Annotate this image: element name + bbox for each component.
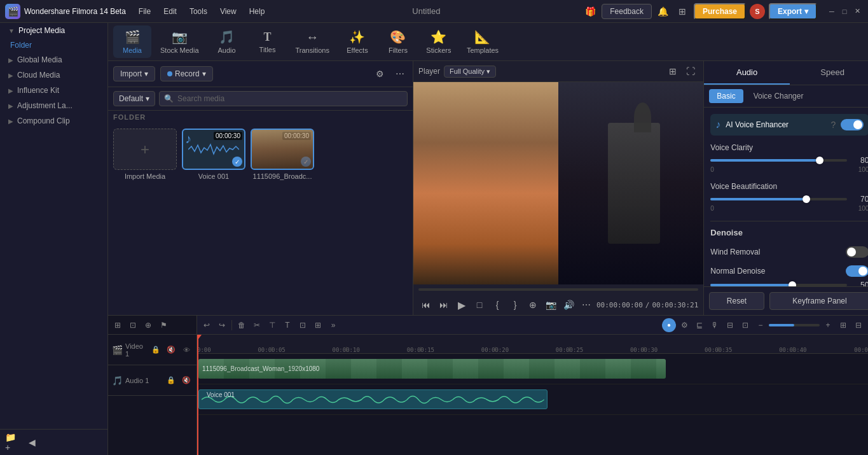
split-view-icon[interactable]: ⊞ bbox=[665, 64, 680, 79]
notification-icon[interactable]: 🔔 bbox=[656, 4, 671, 19]
pip-icon[interactable]: ⊡ bbox=[738, 318, 752, 332]
sidebar-item-folder[interactable]: Folder bbox=[0, 38, 107, 52]
zoom-slider[interactable] bbox=[769, 324, 820, 326]
add-marker-button[interactable]: ⊕ bbox=[525, 297, 541, 312]
menu-file[interactable]: File bbox=[134, 4, 156, 18]
square-button[interactable]: □ bbox=[472, 297, 487, 312]
settings-icon[interactable]: ⚙ bbox=[677, 318, 691, 332]
import-button[interactable]: Import ▾ bbox=[113, 66, 155, 81]
tool-media[interactable]: 🎬 Media bbox=[113, 25, 151, 58]
audio-lock-button[interactable]: 🔒 bbox=[165, 374, 177, 387]
text-button[interactable]: T bbox=[280, 318, 294, 332]
subtab-basic[interactable]: Basic bbox=[709, 89, 743, 103]
tool-stock-media[interactable]: 📷 Stock Media bbox=[154, 25, 205, 58]
avatar[interactable]: S bbox=[750, 4, 765, 19]
purchase-button[interactable]: Purchase bbox=[694, 3, 746, 20]
playhead[interactable] bbox=[197, 335, 198, 455]
grid-icon[interactable]: ⊞ bbox=[675, 4, 690, 19]
export-button[interactable]: Export ▾ bbox=[769, 3, 817, 20]
sidebar-item-cloud-media[interactable]: ▶ Cloud Media bbox=[0, 67, 107, 83]
reset-button[interactable]: Reset bbox=[709, 292, 764, 310]
keyframe-panel-button[interactable]: Keyframe Panel bbox=[769, 292, 868, 310]
search-input[interactable] bbox=[159, 91, 408, 106]
sidebar-item-project-media[interactable]: ▼ Project Media bbox=[0, 23, 107, 38]
fullscreen-icon[interactable]: ⛶ bbox=[683, 64, 698, 79]
sidebar-item-influence-kit[interactable]: ▶ Influence Kit bbox=[0, 83, 107, 98]
marker-icon[interactable]: ⊑ bbox=[692, 318, 706, 332]
video-mute-button[interactable]: 🔇 bbox=[165, 344, 177, 356]
list-item[interactable]: + Import Media bbox=[113, 129, 177, 310]
timeline-snap-icon[interactable]: ⊡ bbox=[126, 318, 140, 332]
collapse-icon[interactable]: ◀ bbox=[24, 435, 39, 450]
link-button[interactable]: ⊞ bbox=[311, 318, 325, 332]
grid-icon-timeline[interactable]: ⊟ bbox=[851, 318, 865, 332]
sidebar-item-global-media[interactable]: ▶ Global Media bbox=[0, 52, 107, 67]
timeline-layout-icon[interactable]: ⊞ bbox=[111, 318, 125, 332]
tool-titles[interactable]: T Titles bbox=[249, 27, 287, 57]
quality-button[interactable]: Full Quality ▾ bbox=[444, 66, 496, 78]
mark-out-button[interactable]: } bbox=[507, 297, 523, 312]
more-icon[interactable]: ⋯ bbox=[392, 66, 408, 81]
more-timeline-button[interactable]: » bbox=[326, 318, 340, 332]
zoom-out-icon[interactable]: − bbox=[754, 318, 768, 332]
gift-icon[interactable]: 🎁 bbox=[582, 4, 598, 19]
filter-icon[interactable]: ⚙ bbox=[372, 66, 387, 81]
import-media-thumb[interactable]: + bbox=[113, 129, 177, 170]
menu-tools[interactable]: Tools bbox=[184, 4, 212, 18]
video-eye-button[interactable]: 👁 bbox=[180, 344, 193, 356]
normal-denoise-thumb[interactable] bbox=[789, 281, 796, 286]
snapshot-button[interactable]: 📷 bbox=[543, 297, 558, 312]
voice-beautification-thumb[interactable] bbox=[803, 195, 810, 203]
menu-view[interactable]: View bbox=[215, 4, 242, 18]
tool-audio[interactable]: 🎵 Audio bbox=[208, 25, 246, 58]
help-icon[interactable]: ? bbox=[831, 120, 836, 130]
tab-audio[interactable]: Audio bbox=[704, 61, 790, 85]
zoom-in-icon[interactable]: + bbox=[821, 318, 835, 332]
timeline-lock-icon[interactable]: ⚑ bbox=[156, 318, 170, 332]
subtitle-icon[interactable]: ⊟ bbox=[723, 318, 737, 332]
timeline-magnet-icon[interactable]: ⊕ bbox=[141, 318, 155, 332]
undo-button[interactable]: ↩ bbox=[200, 318, 214, 332]
split-button[interactable]: ⊤ bbox=[265, 318, 279, 332]
video-clip[interactable]: 1115096_Broadcast_Woman_1920x1080 bbox=[198, 359, 666, 379]
crop-button[interactable]: ⊡ bbox=[296, 318, 310, 332]
step-back-button[interactable]: ⏭ bbox=[436, 297, 451, 312]
wind-removal-toggle[interactable] bbox=[846, 246, 868, 258]
voice-001-thumb[interactable]: ♪ 00:00:30 ✓ bbox=[182, 129, 245, 170]
layout-icon[interactable]: ⊞ bbox=[836, 318, 850, 332]
mark-in-button[interactable]: { bbox=[490, 297, 505, 312]
voice-clarity-slider[interactable] bbox=[710, 159, 847, 162]
voice-enhancer-toggle[interactable] bbox=[841, 119, 864, 130]
tab-speed[interactable]: Speed bbox=[790, 61, 868, 85]
tool-stickers[interactable]: ⭐ Stickers bbox=[420, 25, 458, 58]
video-lock-button[interactable]: 🔒 bbox=[149, 344, 162, 356]
minimize-button[interactable]: ─ bbox=[826, 6, 837, 17]
voice-icon[interactable]: 🎙 bbox=[708, 318, 722, 332]
rewind-button[interactable]: ⏮ bbox=[418, 297, 434, 312]
audio-clip[interactable]: Voice 001 bbox=[198, 389, 548, 409]
play-button[interactable]: ▶ bbox=[454, 297, 469, 312]
redo-button[interactable]: ↪ bbox=[215, 318, 229, 332]
tool-templates[interactable]: 📐 Templates bbox=[460, 25, 505, 58]
feedback-button[interactable]: Feedback bbox=[602, 4, 652, 19]
tool-filters[interactable]: 🎨 Filters bbox=[379, 25, 417, 58]
close-button[interactable]: ✕ bbox=[851, 6, 863, 17]
tool-transitions[interactable]: ↔ Transitions bbox=[289, 26, 336, 58]
audio-mute-button[interactable]: 🔇 bbox=[180, 374, 193, 387]
menu-edit[interactable]: Edit bbox=[158, 4, 182, 18]
menu-help[interactable]: Help bbox=[244, 4, 270, 18]
delete-button[interactable]: 🗑 bbox=[235, 318, 249, 332]
list-item[interactable]: 00:00:30 ✓ 1115096_Broadc... bbox=[251, 129, 314, 310]
normal-denoise-slider[interactable] bbox=[710, 284, 847, 286]
cut-button[interactable]: ✂ bbox=[250, 318, 264, 332]
list-item[interactable]: ♪ 00:00:30 ✓ Voice 001 bbox=[182, 129, 245, 310]
record-button[interactable]: Record ▾ bbox=[160, 66, 213, 81]
sidebar-item-adjustment-la[interactable]: ▶ Adjustment La... bbox=[0, 98, 107, 113]
add-folder-icon[interactable]: 📁+ bbox=[5, 435, 20, 450]
default-dropdown[interactable]: Default ▾ bbox=[113, 91, 155, 106]
maximize-button[interactable]: □ bbox=[839, 6, 850, 17]
tool-effects[interactable]: ✨ Effects bbox=[338, 25, 376, 58]
voice-beautification-slider[interactable] bbox=[710, 198, 847, 200]
broadcast-thumb[interactable]: 00:00:30 ✓ bbox=[251, 129, 314, 170]
more-playback-button[interactable]: ⋯ bbox=[579, 297, 594, 312]
